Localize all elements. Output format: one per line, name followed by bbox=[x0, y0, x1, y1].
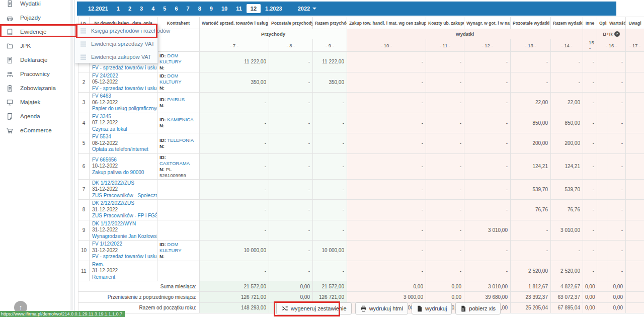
printer-icon bbox=[360, 305, 367, 312]
value-cell bbox=[597, 261, 607, 281]
value-cell: - bbox=[347, 113, 426, 133]
document-description-link[interactable]: FV - sprzedaż towarów i usług bbox=[92, 65, 155, 71]
value-cell: - bbox=[269, 113, 313, 133]
sidebar-item-label: Pracownicy bbox=[20, 71, 50, 77]
nav-month-9[interactable]: 9 bbox=[206, 4, 217, 13]
document-number-link[interactable]: DK 1/12/2022/WYN bbox=[92, 221, 155, 227]
document-number-link[interactable]: DK 2/12/2022/ZUS bbox=[92, 200, 155, 207]
value-cell: 11 222,00 bbox=[313, 52, 347, 72]
nav-month-12.2021[interactable]: 12.2021 bbox=[84, 4, 112, 13]
sidebar-item-ewidencje[interactable]: Ewidencje bbox=[0, 25, 74, 39]
value-cell: - bbox=[464, 241, 511, 261]
document-cell: FV 334507-12-2022Czynsz za lokal bbox=[90, 113, 157, 133]
document-description-link[interactable]: FV - sprzedaż towarów i usług bbox=[92, 254, 155, 260]
summary-value-cell: 0,00 bbox=[583, 281, 597, 292]
dropdown-item[interactable]: Ewidencja zakupów VAT bbox=[75, 50, 157, 63]
wygeneruj-zestawienie-button[interactable]: wygeneruj zestawienie bbox=[276, 302, 352, 314]
nav-month-3[interactable]: 3 bbox=[136, 4, 147, 13]
dropdown-item[interactable]: Księga przychodów i rozchodów bbox=[75, 24, 157, 37]
nav-year-dropdown[interactable]: 2022 bbox=[294, 4, 320, 13]
document-number-link[interactable]: Rem. bbox=[92, 262, 155, 268]
nip-label: N: bbox=[159, 103, 165, 108]
sidebar-item-deklaracje[interactable]: Deklaracje bbox=[0, 53, 74, 67]
value-cell bbox=[626, 113, 644, 133]
value-cell: - bbox=[269, 179, 313, 200]
value-cell: 3 010,00 bbox=[551, 220, 583, 241]
value-cell: 22,00 bbox=[551, 93, 583, 113]
nav-month-11[interactable]: 11 bbox=[232, 4, 246, 13]
nav-month-8[interactable]: 8 bbox=[194, 4, 205, 13]
nav-month-2[interactable]: 2 bbox=[124, 4, 135, 13]
document-number-link[interactable]: FV 665656 bbox=[92, 157, 155, 164]
document-number-link[interactable]: FV 1/12/2022 bbox=[92, 241, 155, 248]
document-description-link[interactable]: ZUS Pracowników - Społeczne bbox=[92, 193, 155, 199]
sidebar-item-zobowiązania[interactable]: Zobowiązania bbox=[0, 81, 74, 95]
sidebar-item-agenda[interactable]: Agenda bbox=[0, 109, 74, 123]
dropdown-item-label: Księga przychodów i rozchodów bbox=[91, 28, 170, 34]
sidebar-item-label: Majątek bbox=[20, 99, 40, 105]
nav-month-12[interactable]: 12 bbox=[247, 4, 261, 13]
summary-value-cell: 0,00 bbox=[426, 281, 464, 292]
id-label: ID: bbox=[159, 137, 167, 143]
wydrukuj-html-button[interactable]: wydrukuj html bbox=[355, 302, 408, 314]
document-number-link[interactable]: DK 1/12/2022/ZUS bbox=[92, 180, 155, 187]
sidebar-item-majątek[interactable]: Majątek bbox=[0, 95, 74, 109]
value-cell: - bbox=[464, 179, 511, 200]
document-number-link[interactable]: FV 3345 bbox=[92, 114, 155, 120]
nav-month-1[interactable]: 1 bbox=[113, 4, 124, 13]
document-cell: FV 646306-12-2022Papier do usług poligra… bbox=[90, 93, 157, 113]
nav-month-1.2023[interactable]: 1.2023 bbox=[261, 4, 286, 13]
value-cell: - bbox=[200, 133, 269, 154]
kontrahent-link[interactable]: PAIRUS bbox=[167, 97, 185, 102]
value-cell: 350,00 bbox=[313, 72, 347, 93]
help-icon[interactable]: ? bbox=[614, 31, 620, 37]
sidebar-item-wydatki[interactable]: Wydatki bbox=[0, 0, 74, 11]
document-date: 31-12-2022 bbox=[92, 248, 155, 254]
value-cell bbox=[597, 72, 607, 93]
colnum-16: - 16 - bbox=[597, 39, 626, 52]
sidebar-item-pojazdy[interactable]: Pojazdy bbox=[0, 11, 74, 25]
document-description-link[interactable]: Opłata za telefon/internet bbox=[92, 146, 155, 153]
value-cell bbox=[626, 52, 644, 72]
book-icon bbox=[6, 28, 14, 36]
document-number-link[interactable]: FV 24/2022 bbox=[92, 73, 155, 80]
nav-month-7[interactable]: 7 bbox=[183, 4, 194, 13]
kontrahent-link[interactable]: TELEFONIA bbox=[167, 137, 194, 143]
kontrahent-link[interactable]: CASTORAMA bbox=[159, 161, 190, 166]
value-cell: - bbox=[511, 72, 551, 93]
sidebar-item-ecommerce[interactable]: eCommerce bbox=[0, 123, 74, 137]
value-cell: - bbox=[269, 72, 313, 93]
kontrahent-link[interactable]: KAMIENICA bbox=[167, 117, 193, 122]
nav-month-10[interactable]: 10 bbox=[217, 4, 231, 13]
value-cell: - bbox=[464, 133, 511, 154]
wydrukuj-button[interactable]: wydrukuj bbox=[412, 302, 452, 314]
document-description-link[interactable]: Remanent bbox=[92, 274, 155, 281]
dropdown-item[interactable]: Ewidencja sprzedaży VAT bbox=[75, 37, 157, 50]
nav-month-4[interactable]: 4 bbox=[147, 4, 158, 13]
kontrahent-cell: ID: DOM KULTURYN: bbox=[157, 241, 200, 261]
sidebar-item-pracownicy[interactable]: Pracownicy bbox=[0, 67, 74, 81]
colnum-12: - 12 - bbox=[464, 39, 511, 52]
document-description-link[interactable]: Wynagrodzenie Jan Kozłowski bbox=[92, 233, 155, 240]
value-cell: - bbox=[464, 153, 511, 179]
value-cell: - bbox=[426, 241, 464, 261]
sidebar-item-jpk[interactable]: JPK bbox=[0, 39, 74, 53]
nav-month-5[interactable]: 5 bbox=[159, 4, 170, 13]
document-description-link[interactable]: Czynsz za lokal bbox=[92, 126, 155, 133]
document-number-link[interactable]: FV 6463 bbox=[92, 93, 155, 100]
document-description-link[interactable]: Zakup paliwa do 90000 bbox=[92, 170, 155, 176]
value-cell bbox=[626, 179, 644, 200]
ewidencje-dropdown: Księga przychodów i rozchodówEwidencja s… bbox=[74, 24, 158, 63]
value-cell bbox=[626, 133, 644, 154]
document-description-link[interactable]: Papier do usług poligraficznych bbox=[92, 106, 155, 112]
value-cell: - bbox=[426, 72, 464, 93]
document-description-link[interactable]: FV - sprzedaż towarów i usług bbox=[92, 86, 155, 92]
button-label: wydrukuj bbox=[425, 305, 447, 311]
value-cell bbox=[626, 261, 644, 281]
pobierz-xls-button[interactable]: pobierz xls bbox=[455, 302, 501, 314]
document-description-link[interactable]: ZUS Pracowników - FP i FGŚP bbox=[92, 213, 155, 219]
summary-value-cell bbox=[597, 292, 607, 302]
sidebar: WydatkiPojazdyEwidencjeJPKDeklaracjePrac… bbox=[0, 0, 75, 317]
document-number-link[interactable]: FV 5534 bbox=[92, 134, 155, 140]
nav-month-6[interactable]: 6 bbox=[171, 4, 182, 13]
